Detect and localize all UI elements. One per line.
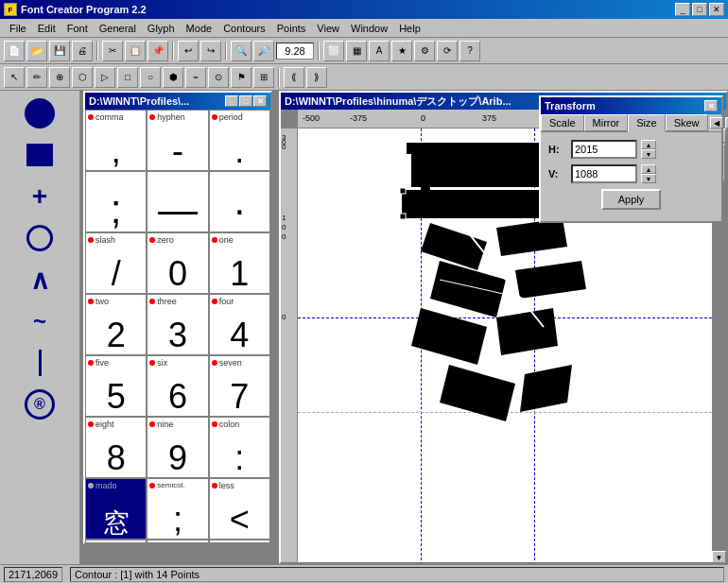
- char-equal[interactable]: equal =: [85, 540, 147, 542]
- cut-button[interactable]: ✂: [102, 41, 123, 61]
- scroll-down-button[interactable]: ▼: [712, 551, 726, 564]
- char-nine[interactable]: nine 9: [147, 417, 208, 478]
- tool2[interactable]: ▦: [346, 41, 367, 61]
- tab-next[interactable]: ▶: [725, 117, 728, 129]
- tool-rectangle[interactable]: [21, 136, 59, 174]
- t2-1[interactable]: ↖: [4, 67, 25, 88]
- char-less[interactable]: less <: [209, 478, 270, 540]
- tool1[interactable]: ⬜: [323, 41, 344, 61]
- redo-button[interactable]: ↪: [200, 41, 221, 61]
- tool-line[interactable]: [21, 344, 59, 382]
- menu-font[interactable]: Font: [61, 21, 94, 36]
- font-list-maximize[interactable]: □: [239, 95, 252, 107]
- tool6[interactable]: ⟳: [437, 41, 458, 61]
- tab-scale[interactable]: Scale: [541, 114, 584, 131]
- copy-button[interactable]: 📋: [125, 41, 146, 61]
- t2-12[interactable]: ⊞: [253, 67, 274, 88]
- char-hyphen[interactable]: hyphen -: [147, 110, 208, 171]
- paste-button[interactable]: 📌: [147, 41, 168, 61]
- char-comma[interactable]: comma ,: [85, 110, 147, 171]
- t2-5[interactable]: ▷: [95, 67, 115, 88]
- char-semicolon[interactable]: ;: [85, 171, 147, 232]
- char-greater[interactable]: greater >: [147, 540, 208, 542]
- char-middot[interactable]: ·: [209, 171, 270, 232]
- menu-general[interactable]: General: [94, 21, 142, 36]
- char-slash[interactable]: slash /: [85, 232, 147, 294]
- menu-window[interactable]: Window: [345, 21, 393, 36]
- zoom-out-button[interactable]: 🔍: [231, 41, 251, 61]
- h-spin-down[interactable]: ▼: [641, 149, 656, 159]
- menu-contours[interactable]: Contours: [217, 21, 271, 36]
- t2-9[interactable]: ⌁: [185, 67, 206, 88]
- char-four[interactable]: four 4: [209, 294, 270, 355]
- save-button[interactable]: 💾: [49, 41, 70, 61]
- char-five[interactable]: five 5: [85, 355, 147, 417]
- char-two[interactable]: two 2: [85, 294, 147, 355]
- transform-close[interactable]: ✕: [704, 100, 718, 111]
- apply-button[interactable]: Apply: [601, 189, 662, 210]
- v-spin-down[interactable]: ▼: [641, 174, 656, 183]
- tool-circle[interactable]: [21, 94, 59, 132]
- tool-tilde[interactable]: ~: [21, 302, 59, 340]
- open-button[interactable]: 📂: [26, 41, 47, 61]
- zoom-input[interactable]: 9.28: [276, 43, 314, 60]
- tool-registered[interactable]: ®: [21, 386, 59, 423]
- h-spin-up[interactable]: ▲: [641, 140, 656, 149]
- menu-help[interactable]: Help: [393, 21, 426, 36]
- char-dash[interactable]: —: [147, 171, 208, 232]
- t2-6[interactable]: □: [117, 67, 138, 88]
- minimize-button[interactable]: _: [675, 3, 690, 16]
- char-seven[interactable]: seven 7: [209, 355, 270, 417]
- menu-edit[interactable]: Edit: [32, 21, 61, 36]
- tool5[interactable]: ⚙: [414, 41, 435, 61]
- glyph-title: D:\WINNT\Profiles\hinuma\デスクトップ\Arib...: [285, 94, 511, 109]
- char-six[interactable]: six 6: [147, 355, 208, 417]
- tool-oval[interactable]: [21, 219, 59, 257]
- t2-13[interactable]: ⟪: [284, 67, 304, 88]
- font-list-scroll[interactable]: comma , hyphen - period . ; —: [85, 110, 270, 542]
- print-button[interactable]: 🖨: [72, 41, 93, 61]
- zoom-in-button[interactable]: 🔎: [253, 41, 274, 61]
- t2-8[interactable]: ⬢: [163, 67, 183, 88]
- new-button[interactable]: 📄: [4, 41, 25, 61]
- v-spinner: ▲ ▼: [641, 164, 656, 183]
- t2-10[interactable]: ⊙: [208, 67, 229, 88]
- t2-11[interactable]: ⚑: [231, 67, 251, 88]
- menu-points[interactable]: Points: [271, 21, 312, 36]
- tool-plus[interactable]: +: [21, 178, 59, 215]
- t2-14[interactable]: ⟫: [306, 67, 327, 88]
- v-spin-up[interactable]: ▲: [641, 164, 656, 174]
- char-period[interactable]: period .: [209, 110, 270, 171]
- h-input[interactable]: [571, 140, 637, 159]
- close-button[interactable]: ✕: [709, 3, 724, 16]
- t2-7[interactable]: ○: [140, 67, 161, 88]
- tab-skew[interactable]: Skew: [666, 114, 708, 131]
- char-colon[interactable]: colon :: [209, 417, 270, 478]
- menu-file[interactable]: File: [4, 21, 32, 36]
- char-three[interactable]: three 3: [147, 294, 208, 355]
- char-semicol[interactable]: semicol. ;: [147, 478, 208, 540]
- tab-size[interactable]: Size: [628, 114, 665, 132]
- char-one[interactable]: one 1: [209, 232, 270, 294]
- tab-prev[interactable]: ◀: [710, 117, 723, 129]
- tool4[interactable]: ★: [391, 41, 412, 61]
- char-question[interactable]: questi. ?: [209, 540, 270, 542]
- char-zero[interactable]: zero 0: [147, 232, 208, 294]
- maximize-button[interactable]: □: [692, 3, 707, 16]
- font-list-minimize[interactable]: _: [225, 95, 238, 107]
- tool7[interactable]: ?: [459, 41, 480, 61]
- char-eight[interactable]: eight 8: [85, 417, 147, 478]
- tool-chevron[interactable]: ∧: [21, 261, 59, 299]
- t2-2[interactable]: ✏: [26, 67, 47, 88]
- t2-3[interactable]: ⊕: [49, 67, 70, 88]
- menu-view[interactable]: View: [311, 21, 345, 36]
- font-list-close[interactable]: ✕: [253, 95, 267, 107]
- tool3[interactable]: A: [369, 41, 390, 61]
- char-mado[interactable]: mado 窓: [85, 478, 147, 540]
- undo-button[interactable]: ↩: [178, 41, 199, 61]
- menu-glyph[interactable]: Glyph: [142, 21, 181, 36]
- v-input[interactable]: [571, 164, 637, 183]
- t2-4[interactable]: ⬡: [72, 67, 93, 88]
- menu-mode[interactable]: Mode: [181, 21, 218, 36]
- tab-mirror[interactable]: Mirror: [584, 114, 629, 131]
